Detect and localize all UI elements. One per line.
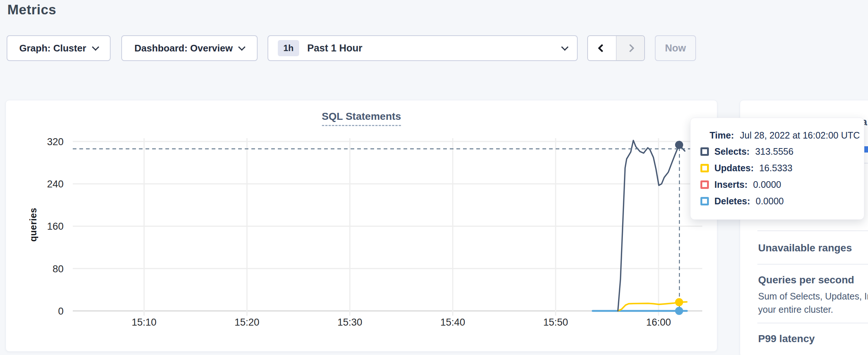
tooltip-row-value: 0.0000 xyxy=(753,179,781,190)
sidebar-item-unavailable-ranges: Unavailable ranges xyxy=(758,242,852,254)
sql-statements-chart-card: SQL Statements queries 08016024032015:10… xyxy=(6,100,717,352)
chevron-down-icon xyxy=(238,43,245,51)
chevron-down-icon xyxy=(561,43,568,51)
tooltip-time-row: Time: Jul 28, 2022 at 16:02:00 UTC xyxy=(710,127,864,143)
sidebar-item-queries-per-second: Queries per second xyxy=(758,274,854,286)
page-title: Metrics xyxy=(7,2,56,18)
hover-dot-deletes xyxy=(675,307,683,315)
tooltip-row-inserts: Inserts: 0.0000 xyxy=(700,176,864,193)
tooltip-time-label: Time: xyxy=(710,130,734,141)
tooltip-row-label: Selects: xyxy=(714,146,750,157)
dashboard-selector-dropdown[interactable]: Dashboard: Overview xyxy=(121,35,258,61)
y-tick-label: 320 xyxy=(47,136,64,147)
x-tick-label: 16:00 xyxy=(646,317,671,328)
tooltip-row-label: Updates: xyxy=(714,163,754,173)
description-line: Sum of Selects, Updates, Inser xyxy=(758,290,868,303)
divider xyxy=(757,264,868,265)
time-step-forward-button[interactable] xyxy=(617,36,645,60)
tooltip-row-label: Deletes: xyxy=(714,196,750,207)
time-step-back-button[interactable] xyxy=(588,36,617,60)
hover-dot-selects xyxy=(675,141,683,149)
tooltip-row-deletes: Deletes: 0.0000 xyxy=(700,193,864,209)
chevron-right-icon xyxy=(626,44,635,53)
chart-hover-tooltip: Time: Jul 28, 2022 at 16:02:00 UTC Selec… xyxy=(690,118,864,220)
description-line: your entire cluster. xyxy=(758,303,868,316)
sidebar-item-p99-latency: P99 latency xyxy=(758,333,815,345)
tooltip-row-updates: Updates: 16.5333 xyxy=(700,160,864,176)
now-button[interactable]: Now xyxy=(655,35,696,61)
time-window-badge: 1h xyxy=(278,40,299,56)
chevron-down-icon xyxy=(92,43,99,51)
x-tick-label: 15:50 xyxy=(543,317,568,328)
graph-selector-dropdown[interactable]: Graph: Cluster xyxy=(7,35,111,61)
hover-dot-updates xyxy=(675,298,683,306)
tooltip-row-value: 313.5556 xyxy=(755,146,793,157)
x-tick-label: 15:30 xyxy=(337,317,362,328)
dashboard-selector-label: Dashboard: Overview xyxy=(134,43,233,54)
tooltip-row-value: 16.5333 xyxy=(759,163,792,173)
divider xyxy=(757,323,868,323)
tooltip-time-value: Jul 28, 2022 at 16:02:00 UTC xyxy=(740,130,860,141)
x-tick-label: 15:40 xyxy=(440,317,465,328)
chevron-left-icon xyxy=(598,44,606,53)
deletes-series-swatch-icon xyxy=(700,197,709,205)
divider xyxy=(757,230,868,231)
x-tick-label: 15:20 xyxy=(234,317,259,328)
updates-series-swatch-icon xyxy=(700,164,709,172)
graph-selector-label: Graph: Cluster xyxy=(19,43,86,54)
tooltip-row-label: Inserts: xyxy=(714,179,747,190)
tooltip-row-value: 0.0000 xyxy=(756,196,783,207)
y-tick-label: 80 xyxy=(53,263,64,275)
y-tick-label: 240 xyxy=(47,179,64,190)
time-window-label: Past 1 Hour xyxy=(307,43,554,54)
sidebar-item-description: Sum of Selects, Updates, Inser your enti… xyxy=(758,290,868,316)
time-window-selector[interactable]: 1h Past 1 Hour xyxy=(268,35,578,61)
inserts-series-swatch-icon xyxy=(700,180,709,189)
selects-series-swatch-icon xyxy=(700,147,709,156)
y-tick-label: 0 xyxy=(58,306,64,317)
sql-statements-chart[interactable]: 08016024032015:1015:2015:3015:4015:5016:… xyxy=(6,100,718,352)
tooltip-row-selects: Selects: 313.5556 xyxy=(700,143,864,160)
time-step-button-group xyxy=(587,35,645,61)
x-tick-label: 15:10 xyxy=(132,317,157,328)
y-tick-label: 160 xyxy=(47,221,64,232)
